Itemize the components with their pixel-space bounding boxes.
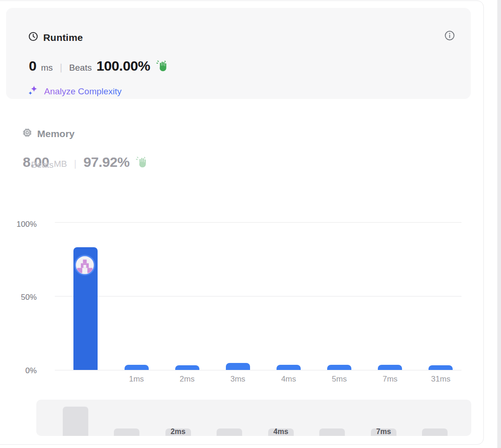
beats-value: 100.00% — [96, 58, 150, 74]
brush-label-4ms: 4ms — [261, 428, 300, 436]
runtime-unit: ms — [41, 63, 53, 73]
runtime-card: Runtime 0 ms | Beats 100.00% — [6, 8, 471, 99]
brush-bar-5ms — [319, 428, 345, 436]
brush-label-2ms: 2ms — [158, 428, 198, 436]
x-tick-7ms: 7ms — [368, 375, 412, 384]
histogram-bar-2ms[interactable] — [175, 365, 199, 370]
beats-value: 97.92% — [84, 154, 130, 170]
brush-bar-1ms — [114, 428, 139, 436]
histogram-bar-1ms[interactable] — [125, 365, 149, 370]
x-tick-31ms: 31ms — [418, 375, 463, 384]
histogram-bar-31ms[interactable] — [428, 365, 453, 370]
y-tick-0: 0% — [0, 366, 37, 376]
clock-icon — [28, 31, 39, 44]
x-tick-1ms: 1ms — [114, 375, 159, 384]
x-tick-3ms: 3ms — [216, 375, 260, 384]
brush-bar-3ms — [217, 428, 242, 436]
analyze-complexity-label: Analyze Complexity — [44, 86, 122, 97]
y-tick-50: 50% — [0, 292, 37, 302]
submission-result-panel: Runtime 0 ms | Beats 100.00% — [0, 0, 501, 448]
histogram-bar-7ms[interactable] — [378, 365, 402, 370]
x-tick-4ms: 4ms — [266, 375, 311, 384]
gridline-100 — [55, 222, 461, 223]
analyze-complexity-button[interactable]: Analyze Complexity — [27, 85, 122, 98]
memory-tab[interactable]: Memory — [22, 127, 75, 140]
histogram-bar-3ms[interactable] — [226, 363, 250, 370]
divider: | — [58, 62, 65, 73]
beats-label: Beats — [69, 63, 92, 73]
histogram-bar-4ms[interactable] — [277, 365, 301, 370]
brush-label-7ms: 7ms — [364, 428, 403, 436]
x-tick-2ms: 2ms — [165, 375, 210, 384]
brush-bar-31ms — [422, 428, 448, 436]
panel-divider[interactable] — [497, 0, 501, 448]
runtime-value: 0 — [29, 58, 36, 74]
gridline-0 — [55, 370, 461, 370]
user-avatar[interactable] — [74, 255, 95, 276]
runtime-title-row: Runtime — [28, 31, 83, 44]
chip-icon — [22, 127, 33, 140]
waving-hand-icon-faded — [136, 156, 148, 171]
memory-stats: 8.00 MB | Beats 97.92% — [23, 154, 148, 170]
y-tick-100: 100% — [0, 219, 37, 229]
runtime-distribution-brush[interactable]: 2ms4ms7ms — [36, 400, 471, 436]
memory-title: Memory — [37, 128, 75, 139]
brush-bar-0ms — [63, 407, 88, 436]
sparkles-icon — [27, 85, 39, 98]
divider: | — [72, 158, 79, 169]
gridline-50 — [55, 296, 461, 296]
runtime-stats: 0 ms | Beats 100.00% — [29, 58, 169, 74]
info-icon[interactable] — [444, 30, 455, 41]
beats-label: Beats — [23, 160, 62, 170]
waving-hand-icon — [156, 60, 169, 74]
histogram-bar-5ms[interactable] — [327, 365, 351, 370]
x-tick-5ms: 5ms — [317, 375, 362, 384]
runtime-title: Runtime — [43, 32, 83, 43]
